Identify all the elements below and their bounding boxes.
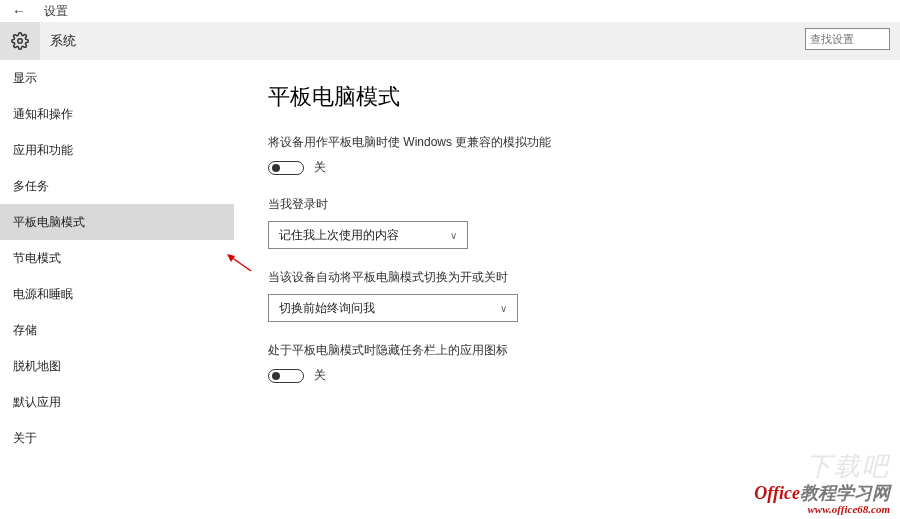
svg-point-0: [18, 39, 23, 44]
watermark-big: 下载吧: [806, 449, 890, 484]
dropdown-value: 切换前始终询问我: [279, 300, 375, 317]
watermark-brand-red: Office: [754, 483, 800, 503]
chevron-down-icon: ∨: [500, 303, 507, 314]
sidebar-item-label: 脱机地图: [13, 358, 61, 375]
sidebar-item-label: 节电模式: [13, 250, 61, 267]
svg-line-1: [231, 257, 251, 271]
gear-icon: [11, 32, 29, 50]
sidebar-item-label: 多任务: [13, 178, 49, 195]
setting-sign-in: 当我登录时 记住我上次使用的内容 ∨: [268, 196, 900, 249]
toggle-knob: [272, 164, 280, 172]
content-pane: 平板电脑模式 将设备用作平板电脑时使 Windows 更兼容的模拟功能 关 当我…: [234, 60, 900, 519]
sidebar-item-label: 平板电脑模式: [13, 214, 85, 231]
toggle-hide-icons[interactable]: [268, 369, 304, 383]
sidebar-item-label: 通知和操作: [13, 106, 73, 123]
sidebar-item-notifications[interactable]: 通知和操作: [0, 96, 234, 132]
dropdown-auto-switch[interactable]: 切换前始终询问我 ∨: [268, 294, 518, 322]
setting-hide-icons: 处于平板电脑模式时隐藏任务栏上的应用图标 关: [268, 342, 900, 384]
settings-gear-box[interactable]: [0, 22, 40, 60]
sidebar-item-power[interactable]: 电源和睡眠: [0, 276, 234, 312]
sidebar-item-about[interactable]: 关于: [0, 420, 234, 456]
window-title: 设置: [44, 3, 68, 20]
svg-marker-2: [227, 254, 235, 262]
sidebar-item-display[interactable]: 显示: [0, 60, 234, 96]
page-title: 平板电脑模式: [268, 82, 900, 112]
setting-auto-switch: 当该设备自动将平板电脑模式切换为开或关时 切换前始终询问我 ∨: [268, 269, 900, 322]
toggle-knob: [272, 372, 280, 380]
sidebar-item-label: 应用和功能: [13, 142, 73, 159]
sidebar-item-offline-maps[interactable]: 脱机地图: [0, 348, 234, 384]
sidebar: 显示 通知和操作 应用和功能 多任务 平板电脑模式 节电模式 电源和睡眠 存储 …: [0, 60, 234, 519]
watermark-brand: Office教程学习网 www.office68.com: [754, 481, 890, 515]
dropdown-sign-in[interactable]: 记住我上次使用的内容 ∨: [268, 221, 468, 249]
setting-desc: 处于平板电脑模式时隐藏任务栏上的应用图标: [268, 342, 900, 359]
title-bar: ← 设置: [0, 0, 900, 22]
watermark-brand-gray: 教程学习网: [800, 483, 890, 503]
setting-label: 当该设备自动将平板电脑模式切换为开或关时: [268, 269, 900, 286]
sidebar-item-storage[interactable]: 存储: [0, 312, 234, 348]
sidebar-item-label: 默认应用: [13, 394, 61, 411]
annotation-arrow-icon: [225, 253, 253, 273]
sidebar-item-apps[interactable]: 应用和功能: [0, 132, 234, 168]
setting-desc: 将设备用作平板电脑时使 Windows 更兼容的模拟功能: [268, 134, 900, 151]
back-button[interactable]: ←: [12, 3, 26, 19]
toggle-state-label: 关: [314, 367, 326, 384]
sidebar-item-label: 电源和睡眠: [13, 286, 73, 303]
search-box[interactable]: [805, 28, 890, 50]
dropdown-value: 记住我上次使用的内容: [279, 227, 399, 244]
sidebar-item-battery[interactable]: 节电模式: [0, 240, 234, 276]
sidebar-item-multitask[interactable]: 多任务: [0, 168, 234, 204]
toggle-state-label: 关: [314, 159, 326, 176]
watermark-url: www.office68.com: [754, 503, 890, 515]
sidebar-item-label: 存储: [13, 322, 37, 339]
setting-label: 当我登录时: [268, 196, 900, 213]
sidebar-item-label: 关于: [13, 430, 37, 447]
sidebar-item-tablet-mode[interactable]: 平板电脑模式: [0, 204, 234, 240]
search-input[interactable]: [810, 33, 885, 45]
category-label: 系统: [40, 32, 76, 50]
header-row: 系统: [0, 22, 900, 60]
setting-touch-friendly: 将设备用作平板电脑时使 Windows 更兼容的模拟功能 关: [268, 134, 900, 176]
sidebar-item-default-apps[interactable]: 默认应用: [0, 384, 234, 420]
sidebar-item-label: 显示: [13, 70, 37, 87]
chevron-down-icon: ∨: [450, 230, 457, 241]
toggle-touch-friendly[interactable]: [268, 161, 304, 175]
